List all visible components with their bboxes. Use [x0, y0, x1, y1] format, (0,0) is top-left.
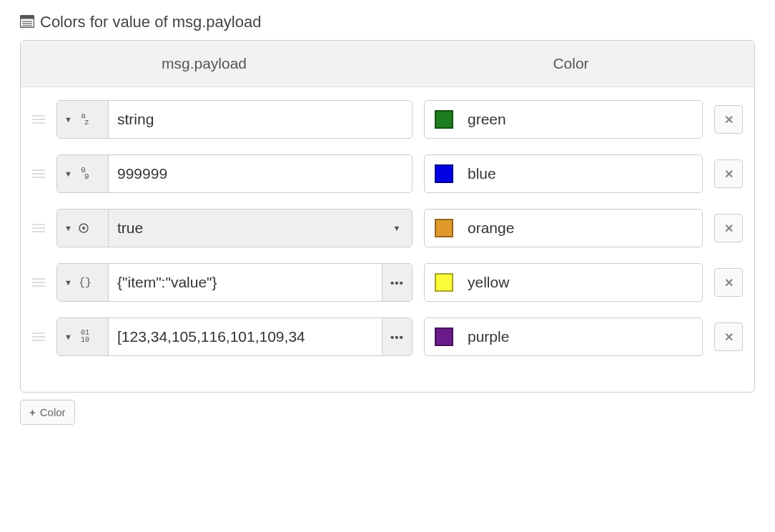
color-swatch — [435, 164, 453, 183]
expand-button[interactable]: ••• — [382, 318, 412, 355]
drag-handle[interactable] — [32, 224, 45, 232]
remove-button[interactable]: ✕ — [714, 214, 743, 242]
remove-button[interactable]: ✕ — [714, 322, 743, 351]
remove-button[interactable]: ✕ — [714, 105, 743, 134]
color-row: ▼ 09 ✕ — [32, 154, 743, 193]
payload-value-input[interactable] — [109, 264, 382, 301]
chevron-down-icon: ▼ — [64, 278, 72, 287]
color-row: ▼ ▼ ✕ — [32, 209, 743, 247]
string-type-icon: az — [78, 112, 92, 127]
section-title-text: Colors for value of msg.payload — [40, 13, 261, 31]
chevron-down-icon: ▼ — [64, 332, 72, 341]
number-type-icon: 09 — [78, 167, 92, 181]
type-selector[interactable]: ▼ {} — [57, 264, 109, 301]
panel-header: msg.payload Color — [21, 41, 754, 87]
color-name-input[interactable] — [466, 273, 692, 292]
buffer-type-icon: 0110 — [78, 330, 92, 344]
type-selector[interactable]: ▼ — [57, 210, 109, 247]
ellipsis-icon: ••• — [390, 331, 404, 343]
panel-body: ▼ az ✕ ▼ 09 — [21, 87, 754, 392]
color-name-input[interactable] — [466, 219, 692, 237]
color-input[interactable] — [424, 209, 703, 247]
payload-input: ▼ ▼ — [56, 209, 413, 247]
drag-handle[interactable] — [32, 115, 45, 124]
json-type-icon: {} — [78, 277, 92, 288]
payload-value-input[interactable] — [109, 318, 382, 355]
color-swatch — [435, 110, 453, 129]
section-title: Colors for value of msg.payload — [20, 13, 755, 31]
add-color-button[interactable]: + Color — [20, 400, 75, 425]
ellipsis-icon: ••• — [390, 277, 404, 289]
chevron-down-icon: ▼ — [64, 115, 72, 124]
color-swatch — [435, 219, 453, 237]
color-name-input[interactable] — [466, 327, 692, 346]
close-icon: ✕ — [724, 330, 734, 344]
plus-icon: + — [29, 406, 36, 418]
color-row: ▼ az ✕ — [32, 100, 743, 139]
color-row: ▼ {} ••• ✕ — [32, 263, 743, 302]
color-input[interactable] — [424, 263, 703, 302]
chevron-down-icon: ▼ — [64, 224, 72, 232]
payload-input: ▼ az — [56, 100, 413, 139]
payload-value-select[interactable] — [109, 210, 382, 247]
close-icon: ✕ — [724, 222, 734, 235]
colors-panel: msg.payload Color ▼ az ✕ — [20, 40, 755, 393]
color-input[interactable] — [424, 317, 703, 356]
color-input[interactable] — [424, 100, 703, 139]
payload-value-input[interactable] — [109, 155, 412, 192]
close-icon: ✕ — [724, 167, 734, 181]
color-name-input[interactable] — [466, 110, 692, 129]
type-selector[interactable]: ▼ 0110 — [57, 318, 109, 355]
payload-input: ▼ 0110 ••• — [56, 317, 413, 356]
color-swatch — [435, 327, 453, 346]
svg-point-6 — [82, 227, 85, 230]
payload-value-input[interactable] — [109, 101, 412, 138]
list-icon — [20, 14, 34, 32]
type-selector[interactable]: ▼ 09 — [57, 155, 109, 192]
svg-rect-1 — [21, 16, 34, 19]
color-row: ▼ 0110 ••• ✕ — [32, 317, 743, 356]
color-input[interactable] — [424, 154, 703, 193]
chevron-down-icon: ▼ — [64, 169, 72, 178]
drag-handle[interactable] — [32, 169, 45, 178]
header-payload: msg.payload — [21, 41, 388, 87]
dropdown-caret[interactable]: ▼ — [382, 210, 412, 247]
remove-button[interactable]: ✕ — [714, 268, 743, 297]
expand-button[interactable]: ••• — [382, 264, 412, 301]
header-color: Color — [388, 41, 754, 87]
payload-input: ▼ {} ••• — [56, 263, 413, 302]
color-swatch — [435, 273, 453, 292]
color-name-input[interactable] — [466, 164, 692, 183]
add-button-label: Color — [40, 406, 66, 418]
chevron-down-icon: ▼ — [393, 224, 401, 232]
remove-button[interactable]: ✕ — [714, 159, 743, 188]
boolean-type-icon — [78, 222, 92, 234]
type-selector[interactable]: ▼ az — [57, 101, 109, 138]
drag-handle[interactable] — [32, 278, 45, 287]
payload-input: ▼ 09 — [56, 154, 413, 193]
close-icon: ✕ — [724, 276, 734, 290]
drag-handle[interactable] — [32, 332, 45, 341]
close-icon: ✕ — [724, 113, 734, 127]
